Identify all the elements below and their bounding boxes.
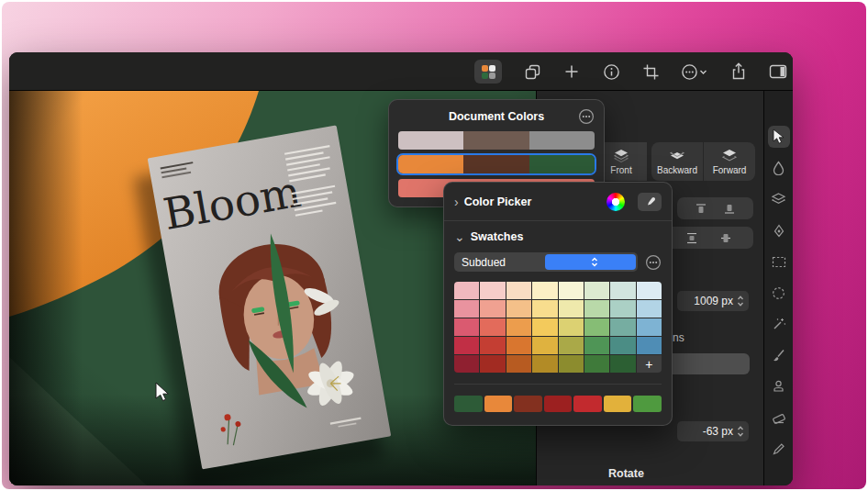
color-swatch[interactable]: [529, 131, 595, 150]
eraser-tool[interactable]: [768, 407, 790, 429]
cursor-icon: [772, 128, 785, 145]
duplicate-button[interactable]: [523, 60, 541, 84]
color-swatch[interactable]: [584, 300, 609, 318]
color-swatch[interactable]: [559, 318, 584, 336]
color-swatch[interactable]: [584, 337, 609, 354]
color-swatch[interactable]: [484, 396, 513, 412]
swatch-preset-select[interactable]: Subdued: [454, 252, 638, 272]
color-swatch[interactable]: [610, 282, 635, 299]
color-swatch[interactable]: [529, 155, 595, 173]
clone-tool[interactable]: [768, 375, 790, 397]
free-select-tool[interactable]: [768, 282, 790, 304]
color-swatch[interactable]: [532, 355, 557, 373]
color-swatch[interactable]: [480, 318, 505, 336]
color-swatch[interactable]: [637, 300, 662, 318]
color-swatch[interactable]: [584, 355, 609, 373]
crop-button[interactable]: [641, 60, 660, 84]
align-vertical-group[interactable]: [677, 197, 753, 219]
circle-ellipsis-icon: [645, 254, 662, 271]
swatch-options-button[interactable]: [645, 254, 662, 271]
document-color-row[interactable]: [398, 131, 595, 150]
rotate-section-label: Rotate: [608, 467, 644, 480]
swatches-header[interactable]: ⌄ Swatches: [454, 229, 662, 244]
color-swatch[interactable]: [637, 282, 662, 299]
pencil-tool[interactable]: [768, 438, 790, 460]
color-swatch[interactable]: [559, 355, 584, 373]
document-color-row-selected[interactable]: [398, 155, 595, 173]
bring-forward-button[interactable]: Forward: [704, 142, 755, 181]
color-swatch[interactable]: [633, 396, 662, 412]
color-swatch[interactable]: [454, 396, 483, 412]
color-swatch[interactable]: [532, 318, 557, 336]
layers-front-icon: [613, 149, 629, 162]
move-tool[interactable]: [768, 126, 790, 148]
color-swatch[interactable]: [506, 318, 531, 336]
add-button[interactable]: [562, 60, 581, 84]
color-swatch[interactable]: [610, 318, 635, 336]
width-input[interactable]: 1009 px: [677, 291, 749, 311]
color-swatch[interactable]: [532, 337, 557, 354]
sidebar-icon: [769, 64, 787, 79]
color-swatch[interactable]: [573, 396, 602, 412]
swatch-grid: +: [454, 282, 662, 373]
arrange-tool[interactable]: [768, 188, 790, 210]
color-swatch[interactable]: [480, 337, 505, 354]
add-swatch-button[interactable]: +: [637, 355, 662, 373]
pen-tool[interactable]: [768, 219, 790, 241]
more-button[interactable]: [681, 60, 708, 84]
color-wheel-button[interactable]: [606, 193, 625, 211]
color-swatch[interactable]: [454, 300, 479, 318]
document-colors-icon: [482, 65, 495, 79]
forward-label: Forward: [713, 165, 747, 175]
droplet-icon: [772, 161, 785, 175]
color-swatch[interactable]: [454, 337, 479, 354]
share-button[interactable]: [729, 60, 748, 84]
color-swatch[interactable]: [398, 155, 463, 173]
color-swatch[interactable]: [532, 300, 557, 318]
color-swatch[interactable]: [480, 300, 505, 318]
color-swatch[interactable]: [506, 300, 531, 318]
color-swatch[interactable]: [532, 282, 557, 299]
color-swatch[interactable]: [454, 318, 479, 336]
color-swatch[interactable]: [610, 355, 635, 373]
color-picker-header[interactable]: › Color Picker: [454, 192, 662, 212]
color-swatch[interactable]: [604, 396, 632, 412]
color-swatch[interactable]: [584, 318, 609, 336]
rect-select-tool[interactable]: [768, 251, 790, 273]
color-swatch[interactable]: [559, 300, 584, 318]
color-swatch[interactable]: [559, 337, 584, 354]
color-swatch[interactable]: [610, 337, 635, 354]
color-swatch[interactable]: [506, 355, 531, 373]
brush-icon: [772, 349, 785, 363]
color-swatch[interactable]: [454, 355, 479, 373]
color-swatch[interactable]: [506, 337, 531, 354]
document-colors-button[interactable]: [474, 60, 502, 84]
eyedropper-button[interactable]: [638, 193, 662, 211]
color-swatch[interactable]: [584, 282, 609, 299]
offset-input[interactable]: -63 px: [677, 421, 749, 441]
chevron-down-icon: [701, 71, 707, 73]
color-swatch[interactable]: [544, 396, 573, 412]
color-swatch[interactable]: [398, 131, 463, 150]
send-backward-button[interactable]: Backward: [651, 142, 703, 181]
color-swatch[interactable]: [514, 396, 542, 412]
quick-select-tool[interactable]: [768, 313, 790, 335]
toggle-sidebar-button[interactable]: [769, 60, 787, 84]
brush-tool[interactable]: [768, 344, 790, 366]
stepper-icon[interactable]: [737, 425, 744, 438]
color-swatch[interactable]: [463, 131, 529, 150]
color-swatch[interactable]: [480, 282, 505, 299]
color-swatch[interactable]: [637, 337, 662, 354]
color-swatch[interactable]: [454, 282, 479, 299]
color-swatch[interactable]: [463, 155, 529, 173]
document-colors-menu-button[interactable]: [578, 108, 595, 125]
info-button[interactable]: [602, 60, 620, 84]
color-swatch[interactable]: [610, 300, 635, 318]
color-swatch[interactable]: [637, 318, 662, 336]
chevron-right-icon: ›: [454, 195, 459, 208]
color-swatch[interactable]: [480, 355, 505, 373]
color-swatch[interactable]: [559, 282, 584, 299]
color-swatch[interactable]: [506, 282, 531, 299]
stepper-icon[interactable]: [737, 295, 744, 307]
style-tool[interactable]: [768, 157, 790, 179]
